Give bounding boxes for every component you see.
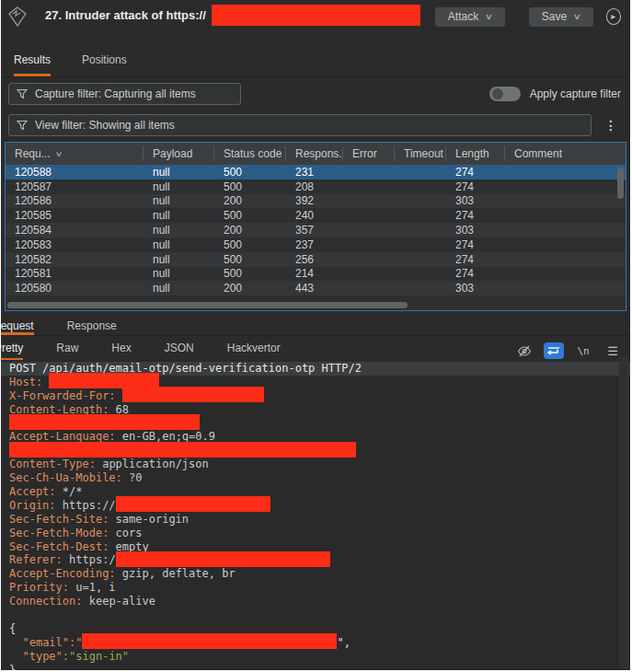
redaction-block: [82, 633, 337, 649]
vertical-scrollbar[interactable]: [617, 168, 624, 199]
apply-capture-filter-toggle[interactable]: [489, 87, 521, 101]
table-row[interactable]: 120588null500231274: [6, 165, 626, 180]
table-row[interactable]: 120585null500240274: [6, 208, 626, 223]
redaction-block: [116, 551, 330, 567]
tab-json[interactable]: JSON: [165, 342, 194, 361]
code-line: [9, 444, 630, 458]
cell-length: 303: [446, 224, 505, 237]
redaction-block: [116, 496, 270, 512]
code-line: Connection: keep-alive: [9, 595, 630, 608]
code-text: same-origin: [116, 513, 189, 526]
table-row[interactable]: 120583null500237274: [6, 238, 626, 252]
cell-status: 500: [214, 267, 286, 280]
column-header-response[interactable]: Respons...: [286, 146, 343, 161]
editor-tab-bar: Request Response: [0, 311, 630, 336]
cell-request: 120586: [6, 194, 144, 207]
tab-request[interactable]: Request: [0, 319, 34, 335]
cell-status: 500: [214, 253, 286, 266]
results-table: Requ...∨ Payload Status code Respons... …: [5, 142, 626, 311]
code-line: Referer: https:/: [9, 553, 630, 567]
view-filter-menu-icon[interactable]: ⋮: [601, 118, 621, 133]
cell-request: 120584: [6, 224, 144, 237]
cell-request: 120588: [6, 166, 144, 179]
tab-pretty[interactable]: Pretty: [0, 342, 23, 361]
cell-payload: null: [144, 180, 214, 193]
code-line: }: [9, 664, 630, 672]
results-table-body: 120588null500231274120587null50020827412…: [6, 165, 626, 295]
tab-positions[interactable]: Positions: [82, 53, 127, 76]
cell-response: 357: [286, 224, 343, 237]
capture-filter-bar[interactable]: Capture filter: Capturing all items: [8, 83, 241, 105]
tab-raw[interactable]: Raw: [56, 342, 78, 361]
results-table-header: Requ...∨ Payload Status code Respons... …: [6, 143, 626, 165]
cell-status: 500: [214, 238, 286, 251]
cell-response: 208: [286, 180, 343, 193]
code-line: "email":"",: [9, 636, 630, 650]
save-button[interactable]: Save∨: [529, 7, 593, 27]
title-redaction: [212, 5, 420, 26]
column-header-length[interactable]: Length: [446, 146, 505, 161]
view-filter-bar[interactable]: View filter: Showing all items: [8, 114, 592, 136]
hide-nonprinting-eye-icon[interactable]: [514, 342, 534, 359]
table-row[interactable]: 120586null200392303: [6, 194, 626, 209]
request-editor[interactable]: POST /api/auth/email-otp/send-verificati…: [1, 360, 630, 672]
code-text: }: [9, 664, 16, 672]
cell-status: 500: [214, 166, 286, 179]
table-row[interactable]: 120587null500208274: [6, 180, 626, 194]
cell-request: 120587: [6, 180, 144, 193]
code-text: [9, 636, 22, 649]
table-row[interactable]: 120581null500214274: [6, 267, 626, 282]
cell-payload: null: [144, 282, 214, 295]
code-text: https://: [63, 499, 116, 512]
cell-response: 240: [286, 209, 343, 222]
column-header-error[interactable]: Error: [343, 146, 395, 161]
horizontal-scrollbar[interactable]: [7, 302, 408, 308]
tab-hex[interactable]: Hex: [111, 342, 131, 361]
editor-scrollbar-track[interactable]: [619, 357, 628, 668]
table-row[interactable]: 120582null500256274: [6, 252, 626, 267]
attack-button[interactable]: Attack∨: [435, 7, 505, 27]
column-header-payload[interactable]: Payload: [144, 146, 214, 161]
tab-results[interactable]: Results: [14, 53, 51, 76]
filter-funnel-icon: [17, 120, 28, 131]
popout-play-icon[interactable]: ▸: [606, 8, 621, 25]
code-text: */*: [63, 485, 83, 498]
code-text: ?0: [129, 471, 142, 484]
cell-response: 214: [286, 267, 343, 280]
word-wrap-icon[interactable]: [544, 342, 564, 359]
chevron-down-icon: ∨: [485, 12, 493, 21]
code-text: u=1, i: [75, 581, 115, 594]
column-header-request[interactable]: Requ...∨: [6, 146, 144, 161]
code-line: Sec-Ch-Ua-Mobile: ?0: [9, 471, 630, 485]
code-line: Sec-Fetch-Site: same-origin: [9, 513, 630, 527]
cell-length: 303: [446, 194, 505, 207]
cell-length: 274: [446, 238, 505, 251]
cell-status: 500: [214, 180, 286, 193]
cell-length: 274: [446, 166, 505, 179]
table-row[interactable]: 120580null200443303: [6, 281, 626, 295]
column-header-timeout[interactable]: Timeout: [395, 146, 446, 161]
code-text: Connection:: [9, 595, 89, 608]
column-header-comment[interactable]: Comment: [505, 146, 626, 161]
code-text: [9, 650, 22, 663]
code-text: application/json: [102, 458, 209, 470]
newline-chars-icon[interactable]: \n: [573, 342, 593, 359]
column-header-status-code[interactable]: Status code: [214, 146, 286, 161]
cell-response: 443: [286, 282, 343, 295]
code-text: Sec-Ch-Ua-Mobile:: [9, 471, 129, 484]
cell-status: 200: [214, 224, 286, 237]
page-title: 27. Intruder attack of https://: [45, 7, 420, 26]
tab-response[interactable]: Response: [67, 319, 117, 335]
table-row[interactable]: 120584null200357303: [6, 223, 626, 238]
code-text: Sec-Fetch-Site:: [9, 513, 116, 526]
cell-request: 120585: [6, 209, 144, 222]
cell-request: 120583: [6, 238, 144, 251]
code-line: Priority: u=1, i: [9, 581, 630, 595]
code-text: Accept-Encoding:: [9, 567, 122, 580]
cell-length: 303: [446, 282, 505, 295]
chevron-down-icon: ∨: [573, 12, 581, 21]
cell-length: 274: [446, 267, 505, 280]
code-line: [9, 417, 630, 431]
code-line: Content-Type: application/json: [9, 458, 630, 471]
tab-hackvertor[interactable]: Hackvertor: [227, 342, 281, 361]
